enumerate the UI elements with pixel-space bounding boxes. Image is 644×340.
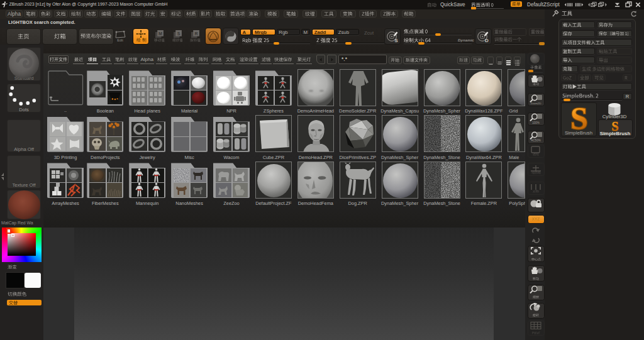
svg-text:R: R — [194, 31, 197, 35]
svg-text:Edit: Edit — [117, 38, 123, 42]
svg-text:M: M — [158, 31, 162, 35]
svg-text:S: S — [394, 37, 398, 43]
svg-text:S: S — [177, 31, 180, 35]
svg-text:D: D — [485, 37, 489, 43]
